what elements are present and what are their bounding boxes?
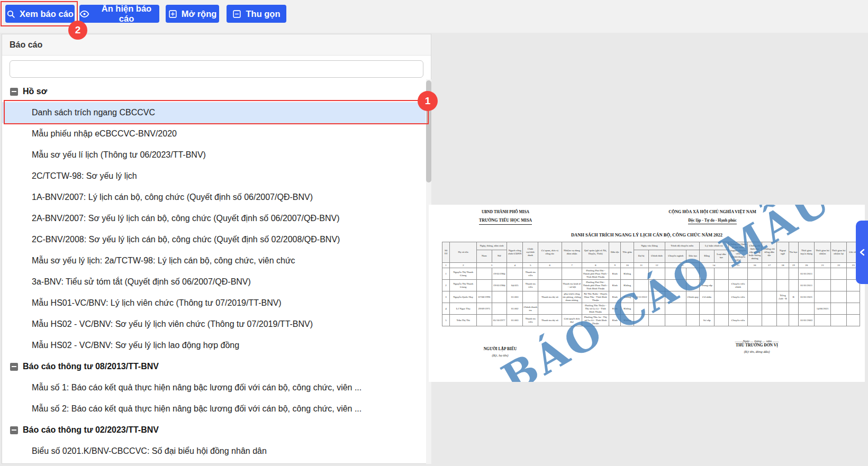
doc-table-header-cell: Nhiệm vụ đang đảm nhận	[562, 242, 582, 263]
search-icon	[6, 10, 15, 19]
doc-table-header-cell: Quê quán (ghi rõ Xã, Huyện, Tỉnh)	[582, 242, 609, 263]
doc-table-header-cell: Tin học	[789, 242, 798, 263]
tree-item-label: Mẫu sơ yếu lí lịch (Thông tư 06/2023/TT-…	[32, 150, 206, 160]
annotation-badge-1: 1	[418, 91, 438, 111]
doc-table-header-cell: Dự bị	[634, 250, 648, 262]
collapse-group-icon[interactable]	[10, 426, 18, 434]
tree-item[interactable]: 3a-BNV: Tiểu sử tóm tắt (Quyết định số 0…	[2, 271, 426, 293]
doc-table-header-cell: 20	[798, 263, 815, 268]
tree-item-label: Mẫu sơ yếu lý lịch: 2a/TCTW-98: Lý lịch …	[32, 256, 295, 266]
collapse-panel-tab[interactable]	[856, 221, 868, 284]
tree-item-selected[interactable]: Danh sách trích ngang CBCCVC	[2, 102, 426, 123]
doc-table-cell	[634, 268, 648, 280]
doc-title: DANH SÁCH TRÍCH NGANG LÝ LỊCH CÁN BỘ, CÔ…	[429, 232, 865, 237]
collapse-group-icon[interactable]	[10, 363, 18, 371]
tree-item[interactable]: Mẫu sơ yếu lý lịch: 2a/TCTW-98: Lý lịch …	[2, 250, 426, 271]
doc-table-cell	[686, 315, 699, 326]
doc-table-row: 5Trần Thị Thi05/10/197701.003Thanh tra v…	[442, 315, 860, 326]
tree-item[interactable]: Mẫu HS01-VC/BNV: Lý lịch viên chức (Thôn…	[2, 293, 426, 314]
doc-table-cell: 01/01/2021	[798, 291, 815, 303]
view-report-button[interactable]: Xem báo cáo	[5, 5, 75, 23]
tree-item-label: Mẫu HS02 - VC/BNV: Sơ yếu lý lịch viên c…	[32, 319, 313, 329]
doc-table-cell	[777, 303, 789, 315]
doc-table-cell	[562, 268, 582, 280]
doc-table-cell	[538, 303, 562, 315]
doc-table-cell	[477, 315, 492, 326]
tree-item[interactable]: 1A-BNV/2007: Lý lịch cán bộ, công chức (…	[2, 187, 426, 208]
tree-item[interactable]: 2C-BNV/2008: Sơ yếu lý lịch cán bộ, công…	[2, 229, 426, 250]
doc-table-cell	[777, 268, 789, 280]
doc-table-cell	[789, 315, 798, 326]
doc-table-cell	[830, 291, 847, 303]
doc-table-cell	[634, 303, 648, 315]
tree-group-label: Báo cáo thông tư 02/2023/TT-BNV	[23, 425, 159, 435]
doc-table-cell: Không	[621, 291, 634, 303]
expand-label: Mở rộng	[182, 9, 217, 19]
report-search-input[interactable]	[10, 60, 423, 78]
tree-group-row[interactable]: Hồ sơ	[2, 81, 426, 102]
toggle-report-button[interactable]: Ẩn hiện báo cáo	[79, 5, 159, 23]
doc-table-cell	[665, 315, 686, 326]
tree-item[interactable]: 2A-BNV/2007: Sơ yếu lý lịch cán bộ, công…	[2, 208, 426, 229]
tree-item-label: Danh sách trích ngang CBCCVC	[32, 108, 155, 117]
doc-table-cell	[665, 280, 686, 291]
doc-table-header-cell: Số TT	[442, 242, 450, 263]
doc-table-cell: Phường Tân An - Thị xã La Gi - Tỉnh Bình…	[582, 315, 609, 326]
tree-item[interactable]: Mẫu HS02 - VC/BNV: Sơ yếu lý lịch lao độ…	[2, 335, 426, 356]
doc-table-cell: Không	[621, 315, 634, 326]
doc-table-cell	[715, 268, 728, 280]
doc-table-cell: 01.003	[507, 315, 523, 326]
doc-table-header-cell: 12	[649, 263, 665, 268]
toggle-report-label: Ẩn hiện báo cáo	[94, 4, 159, 24]
doc-table-header-cell: 15	[728, 263, 748, 268]
doc-table-cell	[847, 291, 860, 303]
doc-table-header-cell: 8	[582, 263, 609, 268]
doc-table-cell: Chánh thanh tra	[523, 303, 538, 315]
tree-item[interactable]: Mẫu số 2: Báo cáo kết quả thực hiện nâng…	[2, 398, 426, 419]
doc-table-cell	[815, 268, 831, 280]
doc-table-cell	[686, 268, 699, 280]
doc-table-cell	[649, 280, 665, 291]
doc-table-header-cell: Chứng chỉ Quản lý nhà nước (ngạch chuyên…	[728, 242, 748, 263]
doc-table-cell	[665, 303, 686, 315]
tree-group-row[interactable]: Báo cáo thông tư 08/2013/TT-BNV	[2, 356, 426, 377]
doc-table-cell	[748, 291, 762, 303]
expand-button[interactable]: Mở rộng	[166, 5, 219, 23]
doc-table-cell: Giải quyết đơn thư	[562, 315, 582, 326]
doc-table-cell: Xã Tân Xuân - Huyện Hàm Tân - Tỉnh Bình …	[582, 291, 609, 303]
collapse-button[interactable]: Thu gọn	[227, 5, 286, 23]
doc-table-header-cell: 5	[523, 263, 538, 268]
doc-table-header-cell: Dân tộc	[609, 242, 621, 263]
collapse-group-icon[interactable]	[10, 88, 18, 96]
doc-table-header-cell: Nữ	[492, 250, 507, 262]
collapse-label: Thu gọn	[246, 9, 280, 19]
tree-item[interactable]: Biểu số 0201.K/BNV-CBCCVC: Số đại biểu h…	[2, 441, 426, 462]
doc-table-header-cell: Loại đào tạo	[715, 250, 728, 262]
doc-table-header-cell: 10	[621, 263, 634, 268]
tree-item[interactable]: 2C/TCTW-98: Sơ yếu lý lịch	[2, 166, 426, 187]
doc-table-cell: Không	[621, 303, 634, 315]
tree-item[interactable]: Mẫu sơ yếu lí lịch (Thông tư 06/2023/TT-…	[2, 144, 426, 166]
doc-table-cell: B	[789, 291, 798, 303]
tree-group-row[interactable]: Báo cáo thông tư 02/2023/TT-BNV	[2, 419, 426, 441]
doc-org-line2: TRƯỜNG TIỂU HỌC MISA	[479, 218, 532, 225]
doc-table-cell: Thanh tra thị xã	[538, 291, 562, 303]
doc-signature-left: NGƯỜI LẬP BIỂU (Ký, họ tên)	[442, 346, 558, 357]
doc-table-cell	[649, 268, 665, 280]
doc-table-cell	[830, 303, 847, 315]
search-wrap	[2, 56, 431, 81]
tree-item-label: Mẫu HS01-VC/BNV: Lý lịch viên chức (Thôn…	[32, 298, 282, 308]
doc-table-cell: 4	[442, 303, 450, 315]
doc-table-header-cell: 4	[507, 263, 523, 268]
tree-item-label: Biểu số 0201.K/BNV-CBCCVC: Số đại biểu h…	[32, 446, 267, 456]
tree-item[interactable]: Mẫu phiếu nhập eCBCCVC-BNV/2020	[2, 123, 426, 144]
doc-table-cell: Tiếng Anh - B	[777, 291, 789, 303]
doc-table-cell: Lê Ngọc Thọ	[450, 303, 477, 315]
doc-table-cell: 01.002	[507, 303, 523, 315]
doc-table-header-cell: Chính thức	[649, 250, 665, 262]
doc-table-cell	[762, 315, 776, 326]
tree-item[interactable]: Mẫu HS02 - VC/BNV: Sơ yếu lý lịch viên c…	[2, 314, 426, 335]
eye-icon	[79, 9, 89, 19]
tree-item[interactable]: Mẫu số 1: Báo cáo kết quả thực hiện nâng…	[2, 377, 426, 398]
report-preview-document: UBND THÀNH PHỐ MISA TRƯỜNG TIỂU HỌC MISA…	[429, 205, 865, 382]
